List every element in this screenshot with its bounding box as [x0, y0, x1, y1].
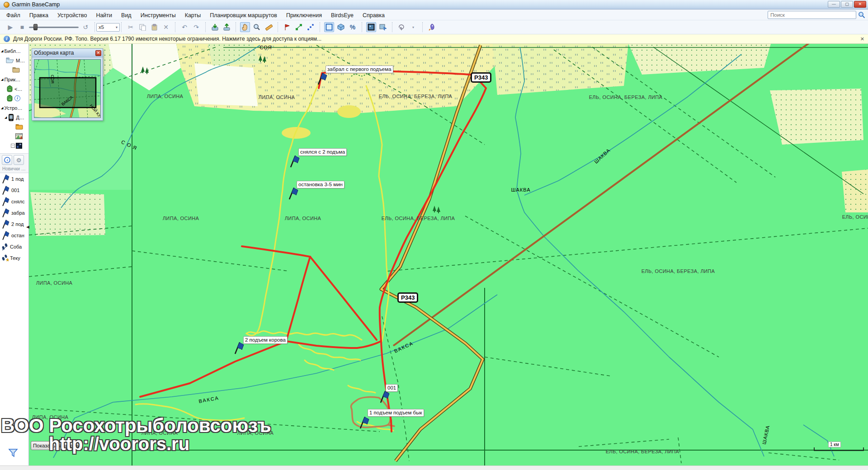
search-icon[interactable]: [858, 11, 865, 19]
paste-icon[interactable]: [149, 22, 159, 32]
menu-item-8[interactable]: Приключения: [282, 11, 326, 20]
quarter-dashed-lines: [29, 45, 868, 463]
delete-icon[interactable]: ✕: [161, 22, 171, 32]
waypoint-label[interactable]: забрал с первого подъема: [326, 66, 393, 73]
tree-item-5[interactable]: i: [0, 94, 28, 103]
play-icon[interactable]: ▶: [5, 22, 15, 32]
overview-panel[interactable]: Обзорная карта ✕: [32, 48, 103, 121]
list-item-1[interactable]: 001: [0, 184, 28, 196]
waypoint-flag-icon[interactable]: [359, 416, 369, 429]
list-item-label: 1 под: [11, 176, 24, 182]
waypoint-flag-icon[interactable]: [379, 390, 390, 404]
tree-item-1[interactable]: М…: [0, 56, 28, 65]
list-item-0[interactable]: 1 под: [0, 173, 28, 184]
measure-ruler-icon[interactable]: [264, 22, 274, 32]
menu-item-2[interactable]: Устройство: [53, 11, 91, 20]
overview-close-icon[interactable]: ✕: [95, 50, 101, 56]
basecamp-mobile-icon[interactable]: [427, 22, 437, 32]
birdseye-icon[interactable]: [366, 22, 376, 32]
tree-item-9[interactable]: [0, 132, 28, 141]
pan-hand-icon[interactable]: [240, 22, 250, 32]
map-detail-icon[interactable]: %: [348, 22, 358, 32]
list-item-7[interactable]: ★Теку: [0, 252, 28, 263]
zoom-level-combo[interactable]: x5▾: [96, 23, 120, 32]
tree-item-label: М…: [16, 58, 25, 63]
collapse-box-icon[interactable]: −: [11, 144, 15, 148]
menu-item-0[interactable]: Файл: [2, 11, 25, 20]
cut-icon[interactable]: ✂: [126, 22, 136, 32]
forest-label: ЕЛЬ, ОСИНА, БЕРЕЗА, ЛИПА: [842, 214, 868, 220]
overview-map[interactable]: СОЯВАКСАНОЙ КУ: [34, 59, 101, 118]
send-to-device-icon[interactable]: [210, 22, 220, 32]
receive-from-device-icon[interactable]: [222, 22, 231, 32]
filter-funnel-icon[interactable]: [8, 448, 18, 457]
new-map-window-icon[interactable]: [324, 22, 334, 32]
zoom-tool-icon[interactable]: [252, 22, 262, 32]
close-button[interactable]: ✕: [854, 1, 866, 8]
list-item-5[interactable]: остан: [0, 230, 28, 241]
list-item-6[interactable]: Соба: [0, 241, 28, 252]
menu-item-7[interactable]: Планировщик маршрутов: [205, 11, 282, 20]
waypoint-flag-icon[interactable]: [233, 341, 244, 355]
waypoint-label[interactable]: 001: [386, 384, 398, 392]
info-button[interactable]: i: [2, 155, 12, 165]
menu-item-1[interactable]: Правка: [25, 11, 53, 20]
tree-item-10[interactable]: −: [0, 141, 28, 150]
menu-item-3[interactable]: Найти: [91, 11, 117, 20]
maximize-button[interactable]: ▢: [841, 1, 853, 8]
waypoint-label[interactable]: 1 подъем подъем бык: [368, 409, 424, 417]
birdseye-download-icon[interactable]: [378, 22, 388, 32]
tree-item-4[interactable]: <…: [0, 84, 28, 94]
tree-item-7[interactable]: ◢Д…: [0, 113, 28, 122]
expander-icon[interactable]: ◢: [1, 106, 3, 110]
menu-item-10[interactable]: Справка: [358, 11, 389, 20]
notification-bar[interactable]: i Для Дороги России. РФ. Топо. Версия 6.…: [0, 34, 868, 44]
waypoint-flag-icon[interactable]: [289, 155, 300, 168]
list-item-2[interactable]: снялс: [0, 196, 28, 207]
track-red: [140, 70, 486, 432]
reset-view-icon[interactable]: ↺: [80, 22, 90, 32]
new-track-icon[interactable]: [306, 22, 316, 32]
expander-icon[interactable]: ◢: [1, 49, 3, 53]
overview-titlebar[interactable]: Обзорная карта ✕: [32, 49, 103, 57]
waypoint-label[interactable]: снялся с 2 подъма: [298, 148, 347, 156]
menu-item-6[interactable]: Карты: [180, 11, 206, 20]
undo-icon[interactable]: ↶: [179, 22, 189, 32]
tree-item-0[interactable]: ◢Библ…: [0, 46, 28, 56]
list-item-3[interactable]: забра: [0, 207, 28, 218]
sidebar-collapse-arrow[interactable]: ◀: [26, 225, 29, 229]
notification-close-icon[interactable]: ✕: [860, 36, 864, 42]
zoom-slider-handle[interactable]: [33, 24, 38, 30]
menu-item-9[interactable]: BirdsEye: [326, 11, 358, 20]
gear-icon[interactable]: ⚙: [14, 155, 24, 165]
zoom-slider[interactable]: [29, 24, 79, 31]
notification-text[interactable]: Для Дороги России. РФ. Топо. Версия 6.17…: [13, 36, 321, 42]
selection-tool-caret[interactable]: ▾: [408, 22, 418, 32]
tree-item-6[interactable]: ◢Устро…: [0, 103, 28, 113]
selection-tool-icon[interactable]: [396, 22, 406, 32]
expander-icon[interactable]: ◢: [5, 116, 7, 119]
tree-item-8[interactable]: [0, 122, 28, 132]
waypoint-flag-icon[interactable]: [316, 72, 327, 85]
new-route-icon[interactable]: [294, 22, 304, 32]
waypoint-flag-icon[interactable]: [288, 187, 298, 200]
waypoint-label[interactable]: остановка 3-5 мин: [297, 181, 344, 188]
show-overlay-button[interactable]: Показать наложени: [31, 441, 80, 450]
menu-item-5[interactable]: Инструменты: [136, 11, 180, 20]
minimize-button[interactable]: —: [828, 1, 840, 8]
redo-icon[interactable]: ↷: [191, 22, 201, 32]
waypoint-label[interactable]: 2 подъем корова: [243, 336, 288, 344]
search-input[interactable]: [768, 11, 856, 19]
map-canvas[interactable]: ЛИПА, ОСИНАЛИПА, ОСИНАЕЛЬ, ОСИНА, БЕРЕЗА…: [29, 44, 868, 465]
tree-item-2[interactable]: [0, 65, 28, 75]
stop-icon[interactable]: ■: [17, 22, 27, 32]
menu-item-4[interactable]: Вид: [117, 11, 136, 20]
road-shield-p343: Р343: [471, 72, 491, 83]
status-bar: [0, 465, 868, 470]
copy-icon[interactable]: [137, 22, 147, 32]
list-item-4[interactable]: 2 под: [0, 218, 28, 230]
expander-icon[interactable]: ◢: [1, 78, 3, 81]
new-waypoint-icon[interactable]: [282, 22, 292, 32]
view-3d-icon[interactable]: [336, 22, 346, 32]
tree-item-3[interactable]: ◢Прик…: [0, 75, 28, 84]
